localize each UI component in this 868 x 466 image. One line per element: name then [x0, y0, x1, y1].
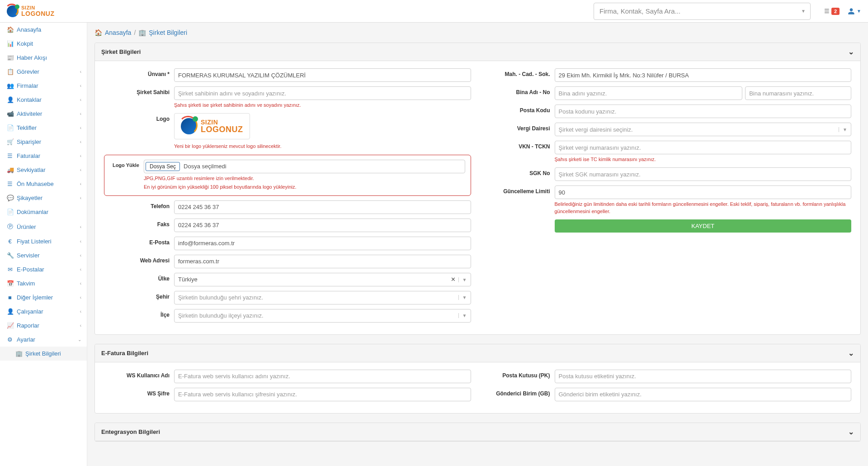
- chevron-down-icon: ⌄: [78, 337, 81, 342]
- nav-icon: 📰: [7, 54, 13, 61]
- file-chosen-text: Dosya seçilmedi: [184, 163, 226, 170]
- chevron-left-icon: ‹: [80, 295, 81, 300]
- nav-icon: Ⓟ: [7, 223, 13, 231]
- label-mahcad: Mah. - Cad. - Sok.: [485, 68, 555, 77]
- chevron-left-icon: ‹: [80, 139, 81, 144]
- sidebar-nav: 🏠Anasayfa📊Kokpit📰Haber Akışı📋Görevler‹👥F…: [0, 23, 87, 466]
- select-ilce[interactable]: Şirketin bulunduğu ilçeyi yazınız. ▼: [174, 309, 471, 323]
- select-sehir-ph: Şirketin bulunduğu şehri yazınız.: [178, 294, 263, 301]
- input-unvan[interactable]: [174, 68, 471, 82]
- brand-logo[interactable]: SIZIN LOGONUZ: [7, 5, 55, 17]
- help-limit: Belirlediğiniz gün limitinden daha eski …: [555, 201, 852, 215]
- nav-label: Ön Muhasebe: [17, 181, 54, 187]
- input-gb[interactable]: [555, 388, 852, 401]
- sidebar-sub-sirket-bilgileri[interactable]: 🏢Şirket Bilgileri: [0, 347, 87, 361]
- help-vkn: Şahıs şirketi ise TC kimlik numarasını y…: [555, 156, 852, 163]
- nav-label: Takvim: [17, 280, 35, 287]
- chevron-left-icon: ‹: [80, 253, 81, 258]
- input-wspass[interactable]: [174, 388, 471, 401]
- sidebar-item-e-postalar[interactable]: ✉E-Postalar‹: [0, 262, 87, 276]
- input-binano[interactable]: [745, 86, 851, 100]
- input-web[interactable]: [174, 255, 471, 268]
- label-sehir: Şehir: [104, 291, 174, 300]
- select-ilce-ph: Şirketin bulunduğu ilçeyi yazınız.: [178, 312, 264, 319]
- collapse-icon[interactable]: ⌄: [848, 48, 854, 56]
- collapse-icon[interactable]: ⌄: [848, 349, 854, 357]
- logo-text-bot: LOGONUZ: [21, 10, 55, 17]
- file-input-logo[interactable]: Dosya Seç Dosya seçilmedi: [144, 160, 465, 173]
- save-button[interactable]: KAYDET: [555, 219, 852, 233]
- sidebar-item-takvim[interactable]: 📅Takvim‹: [0, 276, 87, 290]
- nav-icon: 📅: [7, 280, 13, 287]
- nav-icon: 📊: [7, 40, 13, 47]
- nav-label: Kontaklar: [17, 96, 42, 103]
- clear-icon[interactable]: ✕: [451, 276, 456, 283]
- home-icon: 🏠: [94, 29, 102, 36]
- nav-label: Fiyat Listeleri: [17, 238, 52, 245]
- sidebar-item-kokpit[interactable]: 📊Kokpit: [0, 37, 87, 51]
- input-faks[interactable]: [174, 219, 471, 232]
- sidebar-item-firmalar[interactable]: 👥Firmalar‹: [0, 79, 87, 93]
- input-binaadi[interactable]: [555, 86, 743, 100]
- sidebar-item-ön-muhasebe[interactable]: ☰Ön Muhasebe‹: [0, 177, 87, 191]
- entegrasyon-panel: Entegrasyon Bilgileri ⌄: [94, 423, 861, 442]
- sidebar-item-görevler[interactable]: 📋Görevler‹: [0, 65, 87, 79]
- input-sahibi[interactable]: [174, 86, 471, 100]
- nav-label: Servisler: [17, 252, 40, 259]
- select-sehir[interactable]: Şirketin bulunduğu şehri yazınız. ▼: [174, 291, 471, 304]
- select-vergi[interactable]: Şirket vergi dairesini seçiniz. ▼: [555, 123, 852, 136]
- nav-label: Siparişler: [17, 138, 41, 145]
- sidebar-item-teklifler[interactable]: 📄Teklifler‹: [0, 121, 87, 135]
- sidebar-item-sevkiyatlar[interactable]: 🚚Sevkiyatlar‹: [0, 163, 87, 177]
- sidebar-item-servisler[interactable]: 🔧Servisler‹: [0, 248, 87, 262]
- app-header: SIZIN LOGONUZ Firma, Kontak, Sayfa Ara..…: [0, 0, 868, 23]
- label-gb: Gönderici Birim (GB): [485, 388, 555, 397]
- sidebar-item-fiyat-listeleri[interactable]: €Fiyat Listeleri‹: [0, 234, 87, 248]
- notifications-button[interactable]: ☰ 2: [824, 8, 840, 15]
- nav-icon: 💬: [7, 195, 13, 201]
- sidebar-item-diğer-i̇şlemler[interactable]: ■Diğer İşlemler‹: [0, 290, 87, 304]
- panel-title: Entegrasyon Bilgileri: [101, 428, 160, 435]
- sidebar-item-ürünler[interactable]: ⓅÜrünler‹: [0, 219, 87, 234]
- main-content: 🏠 Anasayfa / 🏢 Şirket Bilgileri Şirket B…: [87, 23, 868, 466]
- sidebar-item-çalışanlar[interactable]: 👤Çalışanlar‹: [0, 304, 87, 319]
- input-pk[interactable]: [555, 370, 852, 383]
- help-logo: Yeni bir logo yüklerseniz mevcut logo si…: [174, 143, 471, 150]
- input-wsuser[interactable]: [174, 370, 471, 383]
- sidebar-item-haber-akışı[interactable]: 📰Haber Akışı: [0, 51, 87, 65]
- user-menu-button[interactable]: ▼: [848, 8, 861, 15]
- sidebar-item-aktiviteler[interactable]: 📹Aktiviteler‹: [0, 107, 87, 121]
- input-eposta[interactable]: [174, 237, 471, 250]
- label-logo: Logo: [104, 113, 174, 122]
- label-telefon: Telefon: [104, 200, 174, 209]
- chevron-left-icon: ‹: [80, 224, 81, 229]
- global-search[interactable]: Firma, Kontak, Sayfa Ara... ▼: [594, 3, 811, 20]
- select-ulke[interactable]: Türkiye ✕▼: [174, 273, 471, 286]
- sidebar-item-raporlar[interactable]: 📈Raporlar‹: [0, 319, 87, 333]
- breadcrumb-home[interactable]: Anasayfa: [105, 29, 131, 36]
- label-sgk: SGK No: [485, 167, 555, 176]
- sidebar-item-ayarlar[interactable]: ⚙Ayarlar⌄: [0, 333, 87, 347]
- input-sgk[interactable]: [555, 167, 852, 181]
- chevron-left-icon: ‹: [80, 69, 81, 74]
- sidebar-item-siparişler[interactable]: 🛒Siparişler‹: [0, 135, 87, 149]
- logo-icon: [7, 5, 19, 17]
- nav-icon: 🏠: [7, 26, 13, 33]
- collapse-icon[interactable]: ⌄: [848, 428, 854, 436]
- input-limit[interactable]: [555, 185, 852, 199]
- file-choose-button[interactable]: Dosya Seç: [146, 162, 180, 171]
- input-mahcad[interactable]: [555, 68, 852, 82]
- sidebar-item-anasayfa[interactable]: 🏠Anasayfa: [0, 23, 87, 37]
- sidebar-item-dokümanlar[interactable]: 📄Dokümanlar: [0, 205, 87, 219]
- sidebar-item-şikayetler[interactable]: 💬Şikayetler‹: [0, 191, 87, 205]
- input-vkn[interactable]: [555, 141, 852, 154]
- chevron-left-icon: ‹: [80, 309, 81, 314]
- sidebar-item-faturalar[interactable]: ☰Faturalar‹: [0, 149, 87, 163]
- sidebar-item-kontaklar[interactable]: 👤Kontaklar‹: [0, 93, 87, 107]
- input-telefon[interactable]: [174, 200, 471, 214]
- nav-icon: 👥: [7, 82, 13, 89]
- label-sahibi: Şirket Sahibi: [104, 86, 174, 95]
- building-icon: 🏢: [138, 29, 146, 36]
- input-posta[interactable]: [555, 105, 852, 118]
- preview-logo-icon: [181, 118, 197, 134]
